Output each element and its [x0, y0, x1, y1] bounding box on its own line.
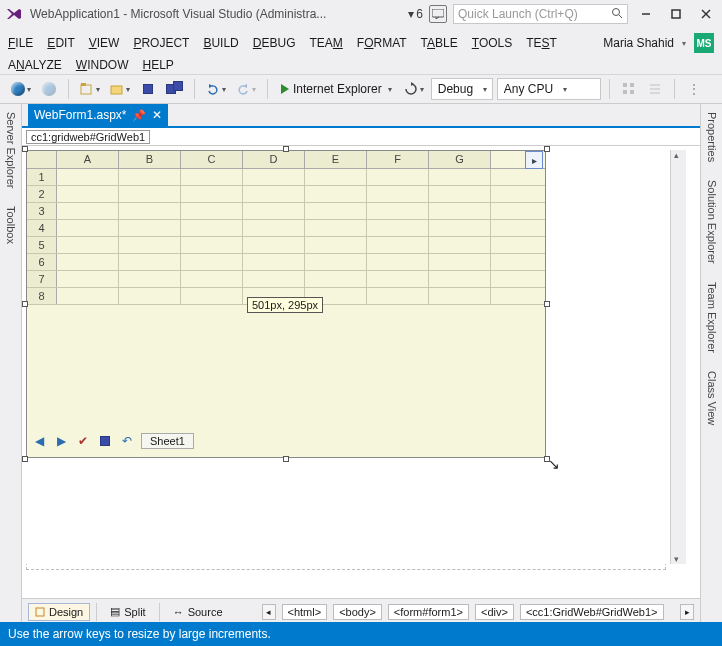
element-selector[interactable]: cc1:gridweb#GridWeb1: [26, 130, 150, 144]
user-avatar[interactable]: MS: [694, 33, 714, 53]
platform-combo[interactable]: Any CPU: [497, 78, 601, 100]
save-button[interactable]: [137, 78, 159, 100]
align-grid-icon[interactable]: [618, 78, 640, 100]
row-head[interactable]: 6: [27, 254, 57, 270]
menu-test[interactable]: TEST: [526, 36, 557, 50]
row-head[interactable]: 8: [27, 288, 57, 304]
minimize-button[interactable]: [634, 3, 658, 25]
align-lines-icon[interactable]: [644, 78, 666, 100]
redo-button[interactable]: [233, 78, 259, 100]
menu-debug[interactable]: DEBUG: [253, 36, 296, 50]
grid-cell[interactable]: [57, 169, 119, 185]
menu-analyze[interactable]: ANALYZE: [8, 58, 62, 72]
undo-button[interactable]: [203, 78, 229, 100]
row-head[interactable]: 4: [27, 220, 57, 236]
gridweb-control[interactable]: A B C D E F G ▸ 12345678 501px, 295px: [26, 150, 546, 458]
grid-cell[interactable]: [119, 271, 181, 287]
grid-cell[interactable]: [119, 186, 181, 202]
grid-cell[interactable]: [429, 220, 491, 236]
menu-tools[interactable]: TOOLS: [472, 36, 512, 50]
grid-cell[interactable]: [367, 169, 429, 185]
grid-cell[interactable]: [119, 237, 181, 253]
grid-cell[interactable]: [57, 186, 119, 202]
grid-cell[interactable]: [181, 254, 243, 270]
menu-build[interactable]: BUILD: [203, 36, 238, 50]
col-head[interactable]: D: [243, 151, 305, 168]
grid-cell[interactable]: [119, 203, 181, 219]
col-head[interactable]: A: [57, 151, 119, 168]
grid-cell[interactable]: [57, 271, 119, 287]
design-view-button[interactable]: Design: [28, 603, 90, 621]
nav-forward-button[interactable]: [38, 78, 60, 100]
grid-cell[interactable]: [181, 271, 243, 287]
menu-window[interactable]: WINDOW: [76, 58, 129, 72]
menu-team[interactable]: TEAM: [309, 36, 342, 50]
breadcrumb-item[interactable]: <form#form1>: [388, 604, 469, 620]
grid-cell[interactable]: [367, 288, 429, 304]
row-head[interactable]: 2: [27, 186, 57, 202]
grid-cell[interactable]: [57, 203, 119, 219]
grid-cell[interactable]: [243, 220, 305, 236]
designer-surface[interactable]: cc1:gridweb#GridWeb1 A B C D E F: [22, 128, 700, 598]
grid-cell[interactable]: [367, 203, 429, 219]
undo-grid-icon[interactable]: ↶: [119, 433, 135, 449]
col-head[interactable]: C: [181, 151, 243, 168]
col-head[interactable]: B: [119, 151, 181, 168]
document-tab[interactable]: WebForm1.aspx* 📌 ✕: [28, 104, 168, 126]
col-head[interactable]: E: [305, 151, 367, 168]
grid-cell[interactable]: [57, 220, 119, 236]
class-view-tab[interactable]: Class View: [706, 367, 718, 429]
breadcrumb-right-icon[interactable]: ▸: [680, 604, 694, 620]
grid-cell[interactable]: [57, 288, 119, 304]
prev-sheet-icon[interactable]: ◀: [31, 433, 47, 449]
grid-corner[interactable]: [27, 151, 57, 168]
grid-cell[interactable]: [429, 288, 491, 304]
grid-cell[interactable]: [305, 186, 367, 202]
nav-back-button[interactable]: [8, 78, 34, 100]
grid-cell[interactable]: [57, 237, 119, 253]
grid-cell[interactable]: [429, 271, 491, 287]
grid-cell[interactable]: [429, 169, 491, 185]
grid-cell[interactable]: [367, 254, 429, 270]
grid-cell[interactable]: [181, 203, 243, 219]
grid-cell[interactable]: [119, 254, 181, 270]
grid-cell[interactable]: [181, 237, 243, 253]
grid-cell[interactable]: [119, 169, 181, 185]
grid-cell[interactable]: [305, 220, 367, 236]
col-head[interactable]: F: [367, 151, 429, 168]
grid-cell[interactable]: [305, 203, 367, 219]
breadcrumb-left-icon[interactable]: ◂: [262, 604, 276, 620]
vertical-scrollbar[interactable]: [670, 150, 686, 564]
close-button[interactable]: [694, 3, 718, 25]
grid-cell[interactable]: [181, 220, 243, 236]
properties-tab[interactable]: Properties: [706, 108, 718, 166]
quick-launch-input[interactable]: Quick Launch (Ctrl+Q): [453, 4, 628, 24]
config-combo[interactable]: Debug: [431, 78, 493, 100]
start-debug-button[interactable]: Internet Explorer▾: [276, 78, 397, 100]
breadcrumb-item[interactable]: <div>: [475, 604, 514, 620]
grid-cell[interactable]: [367, 186, 429, 202]
scroll-right-icon[interactable]: ▸: [525, 151, 543, 169]
col-head[interactable]: G: [429, 151, 491, 168]
source-view-button[interactable]: ↔ Source: [166, 603, 230, 621]
toolbox-tab[interactable]: Toolbox: [5, 202, 17, 248]
split-view-button[interactable]: ▤ Split: [103, 602, 152, 621]
commit-icon[interactable]: ✔: [75, 433, 91, 449]
grid-cell[interactable]: [429, 186, 491, 202]
grid-cell[interactable]: [243, 254, 305, 270]
grid-cell[interactable]: [429, 203, 491, 219]
grid-cell[interactable]: [367, 237, 429, 253]
menu-format[interactable]: FORMAT: [357, 36, 407, 50]
grid-cell[interactable]: [305, 271, 367, 287]
maximize-button[interactable]: [664, 3, 688, 25]
grid-cell[interactable]: [243, 271, 305, 287]
grid-cell[interactable]: [429, 254, 491, 270]
menu-help[interactable]: HELP: [142, 58, 173, 72]
solution-explorer-tab[interactable]: Solution Explorer: [706, 176, 718, 268]
close-tab-icon[interactable]: ✕: [152, 108, 162, 122]
sheet-tab[interactable]: Sheet1: [141, 433, 194, 449]
toolbar-overflow-icon[interactable]: ⋮: [683, 78, 705, 100]
new-project-button[interactable]: [77, 78, 103, 100]
grid-cell[interactable]: [429, 237, 491, 253]
menu-table[interactable]: TABLE: [421, 36, 458, 50]
